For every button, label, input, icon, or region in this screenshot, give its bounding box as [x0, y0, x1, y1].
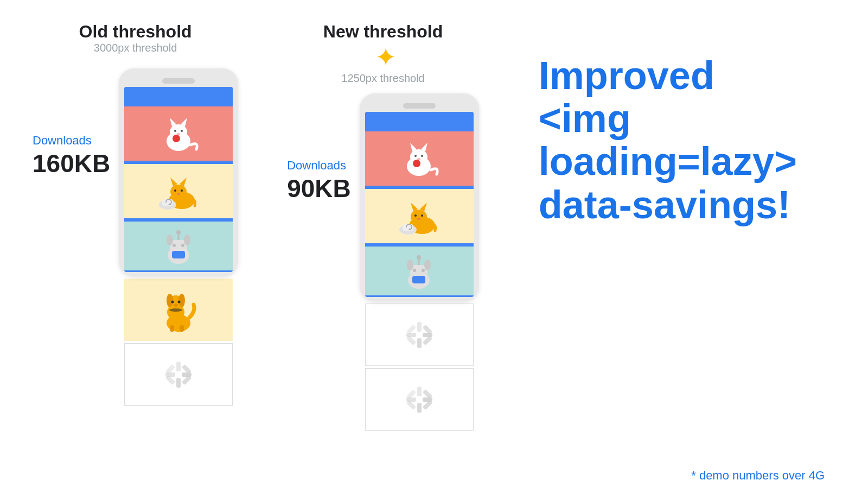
old-card-cat1 [124, 106, 233, 161]
old-dog2-illustration [151, 284, 206, 336]
svg-rect-37 [180, 325, 184, 332]
svg-rect-82 [417, 403, 422, 413]
svg-rect-70 [412, 276, 425, 283]
new-threshold-subtitle: 1250px threshold [341, 72, 424, 84]
old-threshold-title: Old threshold [79, 22, 192, 42]
svg-point-31 [178, 294, 185, 307]
svg-point-26 [176, 230, 181, 235]
new-phone-header-bar [365, 112, 474, 131]
new-phone-notch [403, 103, 436, 109]
svg-rect-24 [172, 251, 185, 258]
old-threshold-header: Old threshold 3000px threshold [79, 22, 192, 60]
old-dog1-illustration [156, 224, 202, 268]
svg-rect-41 [182, 372, 192, 377]
svg-point-20 [173, 244, 176, 247]
new-dog1-illustration [396, 249, 442, 293]
new-cat1-illustration [396, 136, 442, 181]
svg-point-14 [177, 193, 180, 195]
new-downloads-value: 90KB [287, 174, 351, 203]
svg-point-59 [421, 214, 423, 217]
old-downloads-value: 160KB [33, 149, 110, 178]
svg-point-22 [167, 235, 173, 245]
old-card-loading [124, 343, 233, 406]
svg-point-33 [178, 301, 181, 304]
new-standalone-cards [360, 301, 479, 431]
demo-note: * demo numbers over 4G [691, 469, 825, 483]
new-downloads-info: Downloads 90KB [287, 93, 351, 203]
old-phone-screen [124, 87, 233, 272]
old-phone-and-cards [119, 68, 238, 406]
svg-point-67 [422, 269, 425, 272]
svg-point-23 [184, 235, 190, 245]
new-panel-with-info: Downloads 90KB [287, 93, 479, 431]
new-phone [360, 93, 479, 301]
svg-point-12 [174, 190, 176, 192]
old-loading-spinner [163, 359, 194, 390]
svg-point-34 [174, 304, 178, 307]
svg-rect-83 [406, 397, 416, 402]
improved-line3: data-savings! [539, 183, 790, 226]
svg-point-72 [417, 255, 421, 260]
svg-point-4 [174, 130, 176, 132]
new-card-loading1 [365, 304, 474, 366]
new-card-cat2 [365, 189, 474, 243]
new-card-loading2 [365, 368, 474, 431]
right-section: Improved <img loading=lazy> data-savings… [506, 54, 835, 226]
svg-rect-84 [423, 397, 432, 402]
svg-point-66 [413, 269, 416, 272]
svg-point-69 [424, 260, 431, 270]
old-standalone-cards [119, 276, 238, 406]
new-threshold-title: New threshold [323, 22, 443, 42]
svg-point-9 [170, 185, 187, 199]
svg-rect-81 [417, 387, 422, 396]
svg-point-30 [167, 294, 173, 307]
svg-rect-73 [417, 322, 422, 332]
svg-point-35 [169, 308, 182, 312]
new-card-dog1 [365, 247, 474, 295]
new-downloads-label: Downloads [287, 159, 351, 173]
old-cat1-illustration [156, 111, 202, 156]
svg-point-68 [407, 260, 413, 270]
svg-rect-76 [423, 333, 432, 337]
svg-rect-75 [406, 333, 416, 337]
svg-point-51 [421, 155, 423, 157]
old-phone-header-bar [124, 87, 233, 106]
new-phone-and-cards [360, 93, 479, 431]
svg-rect-38 [176, 362, 181, 371]
new-threshold-panel: New threshold ✦ 1250px threshold Downloa… [287, 22, 479, 431]
old-card-dog1 [124, 222, 233, 270]
new-card-cat1 [365, 131, 474, 186]
old-downloads-label: Downloads [33, 134, 110, 148]
panels-wrapper: Old threshold 3000px threshold Downloads… [33, 22, 506, 431]
svg-point-32 [171, 301, 174, 304]
new-loading-spinner1 [404, 320, 435, 350]
old-card-cat2 [124, 164, 233, 218]
old-card-dog2 [124, 279, 233, 341]
new-phone-screen [365, 112, 474, 297]
old-threshold-panel: Old threshold 3000px threshold Downloads… [33, 22, 238, 406]
svg-point-21 [181, 244, 184, 247]
svg-rect-74 [417, 338, 422, 348]
svg-point-55 [411, 210, 427, 224]
svg-rect-39 [176, 378, 181, 388]
new-threshold-header: New threshold ✦ 1250px threshold [323, 22, 443, 85]
new-cat2-illustration [396, 194, 442, 238]
main-container: Old threshold 3000px threshold Downloads… [0, 0, 868, 499]
svg-point-60 [417, 218, 420, 220]
new-loading-spinner2 [404, 384, 435, 415]
old-cat2-illustration [156, 169, 202, 213]
sparkle-icon: ✦ [375, 42, 397, 72]
improved-text: Improved <img loading=lazy> data-savings… [539, 54, 835, 226]
svg-point-53 [413, 160, 420, 167]
improved-line2: <img loading=lazy> [539, 97, 797, 183]
old-threshold-subtitle: 3000px threshold [94, 42, 177, 54]
svg-point-50 [414, 155, 417, 157]
old-phone [119, 68, 238, 276]
svg-rect-36 [170, 325, 174, 332]
old-panel-with-info: Downloads 160KB [33, 68, 238, 406]
svg-point-7 [173, 135, 180, 142]
svg-point-13 [181, 190, 183, 192]
improved-line1: Improved [539, 54, 714, 97]
old-phone-notch [162, 78, 195, 84]
svg-rect-40 [165, 372, 175, 377]
